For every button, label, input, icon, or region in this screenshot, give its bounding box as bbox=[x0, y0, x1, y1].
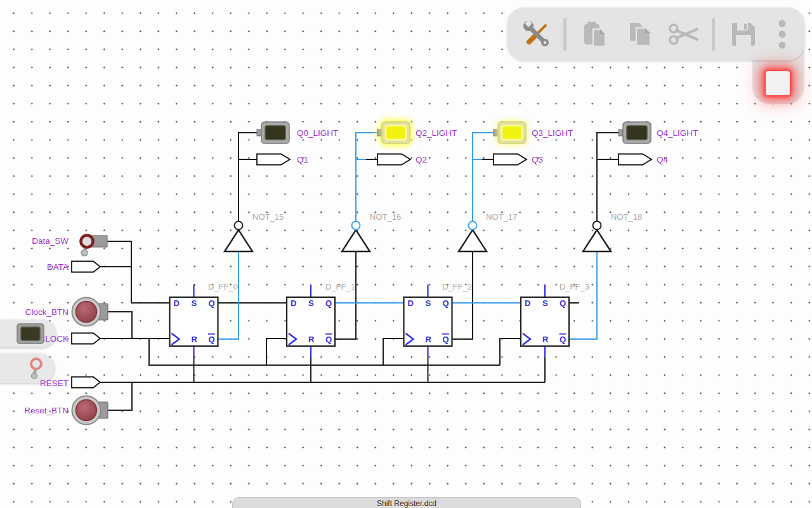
flip-flop-0[interactable]: D S Q R Q bbox=[170, 284, 218, 358]
file-tab[interactable]: Shift Register.dcd bbox=[232, 497, 581, 508]
wire-not16-out bbox=[356, 133, 377, 222]
circuit-svg: D S Q R Q D S Q R Q D S Q R Q bbox=[0, 0, 812, 508]
led-palette-icon[interactable] bbox=[16, 323, 46, 345]
ff-pin-q: Q bbox=[325, 298, 332, 308]
ff-pin-qbar: Q bbox=[560, 335, 566, 344]
led-q4[interactable] bbox=[619, 122, 651, 144]
circuit-canvas[interactable]: D S Q R Q D S Q R Q D S Q R Q bbox=[0, 0, 812, 508]
wire-data bbox=[106, 241, 170, 303]
toolbar bbox=[508, 8, 804, 60]
ff-pin-r: R bbox=[426, 335, 432, 344]
ff-pin-s: S bbox=[308, 298, 314, 308]
ff-name-3: D_FF_3 bbox=[560, 282, 589, 291]
flip-flop-1[interactable]: D S Q R Q bbox=[287, 284, 335, 358]
input-pin-data[interactable] bbox=[72, 262, 100, 272]
tools-button[interactable] bbox=[519, 17, 552, 52]
wire-clock-riser-2 bbox=[383, 338, 404, 365]
led-q3[interactable] bbox=[494, 122, 526, 144]
toolbar-divider bbox=[563, 18, 566, 51]
led-q0[interactable] bbox=[257, 122, 289, 144]
pin-label-q3: Q3 bbox=[532, 155, 543, 164]
label-data: DATA bbox=[47, 262, 69, 272]
pin-label-q1: Q1 bbox=[297, 155, 308, 164]
not-gate-3[interactable] bbox=[583, 222, 611, 252]
ff-pin-d: D bbox=[525, 298, 530, 308]
reset-push-button[interactable] bbox=[72, 396, 108, 425]
toolbar-divider bbox=[712, 18, 715, 51]
ff-pin-r: R bbox=[192, 335, 198, 344]
save-button[interactable] bbox=[727, 17, 760, 52]
not-gate-2[interactable] bbox=[459, 222, 487, 252]
wire-clock-riser-3 bbox=[500, 338, 521, 365]
pin-label-q4: Q4 bbox=[657, 155, 669, 164]
label-reset-btn: Reset_BTN bbox=[24, 406, 69, 415]
wires-low[interactable] bbox=[100, 133, 619, 410]
wire-not17-out bbox=[473, 133, 494, 222]
ff-pin-r: R bbox=[542, 335, 549, 344]
output-pin-q2[interactable] bbox=[377, 154, 410, 165]
not-gate-1[interactable] bbox=[342, 222, 370, 252]
ff-pin-qbar: Q bbox=[443, 335, 449, 344]
cut-button[interactable] bbox=[667, 17, 700, 52]
led-label-q2: Q2_LIGHT bbox=[416, 128, 457, 138]
not-name-3: NOT_18 bbox=[611, 212, 642, 222]
label-data-sw: Data_SW bbox=[32, 236, 69, 246]
output-pin-q4[interactable] bbox=[619, 154, 652, 165]
not-gate-0[interactable] bbox=[225, 222, 252, 252]
wire-qbar3-not18 bbox=[569, 252, 597, 339]
output-pin-q1[interactable] bbox=[257, 154, 290, 165]
switch-palette-icon[interactable] bbox=[25, 356, 51, 383]
copy-button[interactable] bbox=[623, 17, 656, 52]
output-pin-q3[interactable] bbox=[494, 154, 527, 165]
ff-name-2: D_FF_2 bbox=[442, 282, 472, 291]
wire-qbar1-not16 bbox=[335, 252, 356, 339]
ff-pin-r: R bbox=[308, 335, 315, 344]
more-options-icon bbox=[778, 19, 787, 50]
stop-simulation-button[interactable] bbox=[766, 71, 790, 95]
ff-pin-q: Q bbox=[443, 298, 449, 308]
input-pin-reset[interactable] bbox=[72, 377, 100, 388]
flip-flop-3[interactable]: D S Q R Q bbox=[521, 284, 569, 358]
ff-pin-qbar: Q bbox=[209, 335, 215, 344]
cut-icon bbox=[668, 20, 700, 49]
wire-not15-out bbox=[239, 133, 257, 222]
data-switch[interactable] bbox=[81, 236, 108, 257]
led-q2[interactable] bbox=[377, 122, 410, 144]
ff-pin-d: D bbox=[291, 298, 296, 308]
file-tab-label: Shift Register.dcd bbox=[377, 499, 436, 508]
not-name-2: NOT_17 bbox=[486, 212, 517, 222]
ff-pin-s: S bbox=[542, 298, 548, 308]
paste-button[interactable] bbox=[579, 17, 612, 52]
wire-qbar0-not15 bbox=[218, 252, 239, 339]
ff-name-1: D_FF_1 bbox=[325, 282, 355, 291]
ff-pin-d: D bbox=[174, 298, 180, 308]
wire-qbar2-not17 bbox=[452, 252, 473, 339]
ff-name-0: D_FF_0 bbox=[208, 282, 238, 291]
not-name-0: NOT_15 bbox=[252, 212, 284, 222]
flip-flop-2[interactable]: D S Q R Q bbox=[404, 284, 452, 358]
led-label-q3: Q3_LIGHT bbox=[532, 128, 573, 138]
clock-push-button[interactable] bbox=[72, 298, 108, 326]
wire-not18-out bbox=[597, 133, 619, 222]
ff-pin-d: D bbox=[408, 298, 414, 308]
more-options-button[interactable] bbox=[771, 17, 793, 52]
led-label-q4: Q4_LIGHT bbox=[657, 128, 698, 138]
ff-pin-s: S bbox=[192, 298, 197, 308]
tools-icon bbox=[520, 19, 551, 50]
wire-clock-riser-1 bbox=[266, 338, 287, 365]
not-name-1: NOT_16 bbox=[370, 212, 401, 222]
ff-pin-s: S bbox=[426, 298, 431, 308]
ff-pin-qbar: Q bbox=[325, 335, 332, 344]
input-pin-clock[interactable] bbox=[72, 333, 100, 344]
copy-icon bbox=[625, 19, 654, 50]
label-clock-btn: Clock_BTN bbox=[25, 307, 69, 317]
ff-pin-q: Q bbox=[209, 298, 215, 308]
paste-icon bbox=[580, 19, 610, 50]
led-label-q0: Q0_LIGHT bbox=[297, 128, 338, 138]
ff-pin-q: Q bbox=[560, 298, 566, 308]
save-icon bbox=[729, 20, 758, 49]
pin-label-q2: Q2 bbox=[416, 155, 427, 164]
